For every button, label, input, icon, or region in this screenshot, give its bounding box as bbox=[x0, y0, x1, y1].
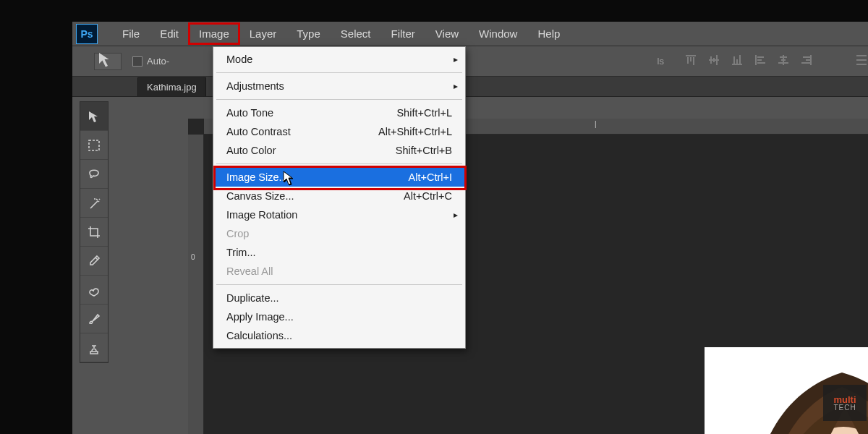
align-vertical-centers-icon[interactable] bbox=[707, 54, 720, 69]
lasso-tool-icon bbox=[86, 166, 102, 182]
ruler-vertical[interactable]: 0 bbox=[188, 135, 204, 434]
ruler-v-tick-label: 0 bbox=[191, 253, 195, 261]
brush-tool-icon bbox=[86, 311, 102, 327]
menu-label: Layer bbox=[250, 27, 277, 40]
eyedropper-tool-button[interactable] bbox=[80, 247, 108, 276]
menu-item-canvas-size[interactable]: Canvas Size...Alt+Ctrl+C bbox=[213, 187, 465, 205]
distribute-top-icon[interactable] bbox=[855, 54, 868, 69]
menu-label: Image bbox=[199, 27, 229, 40]
video-watermark: multi TECH bbox=[823, 385, 867, 421]
healing-brush-tool-icon bbox=[86, 282, 102, 298]
menu-item-shortcut: Alt+Shift+Ctrl+L bbox=[378, 126, 452, 137]
marquee-tool-button[interactable] bbox=[80, 131, 108, 160]
menu-item-label: Trim... bbox=[226, 247, 452, 258]
document-tab[interactable]: Kathima.jpg bbox=[137, 77, 206, 96]
photoshop-window: Ps FileEditImageLayerTypeSelectFilterVie… bbox=[72, 22, 868, 434]
menu-item-label: Auto Color bbox=[226, 145, 396, 156]
menu-item-label: Mode bbox=[226, 54, 452, 65]
menu-item-label: Adjustments bbox=[226, 80, 452, 92]
menu-item-shortcut: Alt+Ctrl+I bbox=[409, 171, 452, 183]
menu-label: Select bbox=[341, 27, 371, 40]
menu-item-image-size[interactable]: Image Size...Alt+Ctrl+I bbox=[213, 168, 465, 187]
toolbox bbox=[80, 101, 109, 363]
move-tool-icon bbox=[86, 109, 102, 124]
menu-window[interactable]: Window bbox=[469, 23, 527, 44]
menu-image[interactable]: Image bbox=[189, 23, 239, 44]
menu-item-label: Duplicate... bbox=[226, 292, 452, 304]
menu-item-auto-color[interactable]: Auto ColorShift+Ctrl+B bbox=[213, 141, 465, 160]
menu-item-trim[interactable]: Trim... bbox=[213, 243, 465, 262]
auto-select-label: Auto- bbox=[147, 56, 169, 67]
magic-wand-tool-icon bbox=[86, 195, 102, 211]
menu-item-label: Auto Contrast bbox=[226, 126, 378, 137]
menu-item-reveal-all: Reveal All bbox=[213, 262, 465, 281]
align-icon-group bbox=[684, 54, 868, 69]
document-tab-label: Kathima.jpg bbox=[147, 82, 197, 93]
menu-item-label: Apply Image... bbox=[226, 311, 452, 323]
menu-help[interactable]: Help bbox=[527, 23, 570, 44]
menu-item-shortcut: Shift+Ctrl+L bbox=[396, 107, 452, 119]
eyedropper-tool-icon bbox=[86, 253, 102, 269]
menu-item-label: Crop bbox=[226, 228, 452, 239]
healing-brush-tool-button[interactable] bbox=[80, 276, 108, 305]
menu-label: Type bbox=[297, 27, 320, 40]
move-tool-button[interactable] bbox=[80, 102, 108, 131]
menu-select[interactable]: Select bbox=[331, 23, 381, 44]
document-tab-bar: Kathima.jpg bbox=[72, 77, 868, 97]
menu-filter[interactable]: Filter bbox=[381, 23, 425, 44]
menu-view[interactable]: View bbox=[425, 23, 469, 44]
options-bar: Auto- ls bbox=[72, 46, 868, 77]
menu-item-mode[interactable]: Mode bbox=[213, 50, 465, 69]
align-horizontal-centers-icon[interactable] bbox=[777, 54, 790, 69]
menu-item-calculations[interactable]: Calculations... bbox=[213, 326, 465, 345]
app-logo-text: Ps bbox=[80, 28, 93, 40]
menubar: Ps FileEditImageLayerTypeSelectFilterVie… bbox=[72, 22, 868, 46]
menu-type[interactable]: Type bbox=[286, 23, 331, 44]
menu-edit[interactable]: Edit bbox=[150, 23, 189, 44]
clone-stamp-tool-icon bbox=[86, 340, 102, 356]
menu-label: View bbox=[435, 27, 459, 40]
menu-item-adjustments[interactable]: Adjustments bbox=[213, 77, 465, 95]
current-tool-indicator[interactable] bbox=[94, 53, 122, 70]
magic-wand-tool-button[interactable] bbox=[80, 189, 108, 218]
image-menu-dropdown: ModeAdjustmentsAuto ToneShift+Ctrl+LAuto… bbox=[213, 46, 466, 349]
menu-item-auto-tone[interactable]: Auto ToneShift+Ctrl+L bbox=[213, 103, 465, 122]
auto-select-checkbox[interactable] bbox=[132, 56, 142, 67]
menu-item-label: Calculations... bbox=[226, 330, 452, 341]
svg-rect-8 bbox=[89, 140, 99, 150]
menu-item-label: Auto Tone bbox=[226, 107, 396, 119]
move-tool-icon bbox=[95, 48, 121, 75]
crop-tool-icon bbox=[86, 224, 102, 240]
clone-stamp-tool-button[interactable] bbox=[80, 333, 108, 362]
menu-item-apply-image[interactable]: Apply Image... bbox=[213, 307, 465, 326]
menu-item-label: Image Rotation bbox=[226, 209, 452, 221]
options-trailing-text: ls bbox=[658, 56, 664, 67]
menu-item-crop: Crop bbox=[213, 224, 465, 243]
menu-item-shortcut: Alt+Ctrl+C bbox=[404, 190, 452, 202]
align-bottom-edges-icon[interactable] bbox=[731, 54, 744, 69]
menu-file[interactable]: File bbox=[112, 23, 150, 44]
align-top-edges-icon[interactable] bbox=[684, 54, 697, 69]
menu-item-auto-contrast[interactable]: Auto ContrastAlt+Shift+Ctrl+L bbox=[213, 122, 465, 141]
menu-item-label: Reveal All bbox=[226, 265, 452, 277]
menu-label: Filter bbox=[391, 27, 415, 40]
menu-item-label: Canvas Size... bbox=[226, 190, 404, 202]
menu-label: Edit bbox=[160, 27, 179, 40]
menu-label: File bbox=[122, 27, 140, 40]
app-logo: Ps bbox=[76, 24, 98, 44]
menu-label: Window bbox=[479, 27, 517, 40]
lasso-tool-button[interactable] bbox=[80, 160, 108, 189]
menu-item-label: Image Size... bbox=[226, 171, 409, 183]
menu-item-shortcut: Shift+Ctrl+B bbox=[396, 145, 452, 156]
menu-layer[interactable]: Layer bbox=[239, 23, 287, 44]
watermark-line2: TECH bbox=[833, 404, 856, 412]
menu-label: Help bbox=[537, 27, 560, 40]
marquee-tool-icon bbox=[86, 137, 102, 153]
align-right-edges-icon[interactable] bbox=[800, 54, 813, 69]
brush-tool-button[interactable] bbox=[80, 305, 108, 333]
crop-tool-button[interactable] bbox=[80, 218, 108, 247]
ruler-h-tick-label: | bbox=[595, 120, 597, 128]
menu-item-duplicate[interactable]: Duplicate... bbox=[213, 289, 465, 307]
menu-item-image-rotation[interactable]: Image Rotation bbox=[213, 205, 465, 224]
align-left-edges-icon[interactable] bbox=[754, 54, 767, 69]
